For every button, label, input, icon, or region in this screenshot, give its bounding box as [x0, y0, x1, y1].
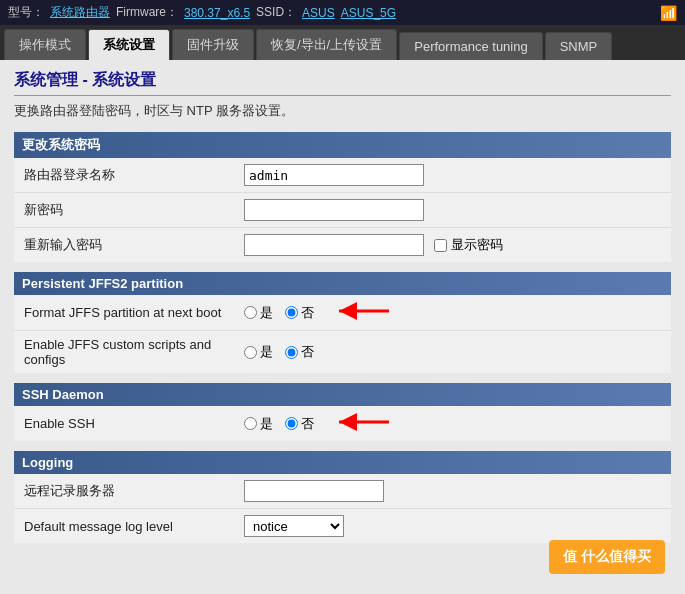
format-jffs-yes-text: 是: [260, 304, 273, 322]
ssid-link2[interactable]: ASUS_5G: [341, 6, 396, 20]
jffs2-section-table: Format JFFS partition at next boot 是 否: [14, 295, 671, 373]
label-log-level: Default message log level: [14, 509, 234, 544]
ssh-section-table: Enable SSH 是 否: [14, 406, 671, 441]
table-row: Default message log level notice info de…: [14, 509, 671, 544]
label-log-server: 远程记录服务器: [14, 474, 234, 509]
table-row: Enable JFFS custom scripts and configs 是…: [14, 331, 671, 374]
label-ssid: SSID：: [256, 4, 296, 21]
logging-section-table: 远程记录服务器 Default message log level notice…: [14, 474, 671, 543]
label-firmware: Firmware：: [116, 4, 178, 21]
enable-ssh-radio-group: 是 否: [244, 415, 314, 433]
enable-ssh-no-radio[interactable]: [285, 417, 298, 430]
new-password-input[interactable]: [244, 199, 424, 221]
table-row: 路由器登录名称: [14, 158, 671, 193]
enable-ssh-no-label[interactable]: 否: [285, 415, 314, 433]
firmware-link[interactable]: 380.37_x6.5: [184, 6, 250, 20]
enable-ssh-yes-radio[interactable]: [244, 417, 257, 430]
format-jffs-radio-group: 是 否: [244, 304, 314, 322]
tab-snmp[interactable]: SNMP: [545, 32, 613, 60]
table-row: Enable SSH 是 否: [14, 406, 671, 441]
top-bar: 型号： 系统路由器 Firmware： 380.37_x6.5 SSID： AS…: [0, 0, 685, 25]
enable-ssh-yes-label[interactable]: 是: [244, 415, 273, 433]
tab-navigation: 操作模式 系统设置 固件升级 恢复/导出/上传设置 Performance tu…: [0, 25, 685, 60]
tab-restore-export[interactable]: 恢复/导出/上传设置: [256, 29, 397, 60]
tab-system-settings[interactable]: 系统设置: [88, 29, 170, 60]
enable-ssh-no-text: 否: [301, 415, 314, 433]
show-password-text: 显示密码: [451, 236, 503, 254]
format-jffs-yes-label[interactable]: 是: [244, 304, 273, 322]
table-row: Format JFFS partition at next boot 是 否: [14, 295, 671, 331]
enable-jffs-scripts-yes-label[interactable]: 是: [244, 343, 273, 361]
ssid-link1[interactable]: ASUS: [302, 6, 335, 20]
log-level-select[interactable]: notice info debug warning error: [244, 515, 344, 537]
enable-jffs-scripts-no-radio[interactable]: [285, 346, 298, 359]
enable-ssh-yes-text: 是: [260, 415, 273, 433]
enable-jffs-yes-text: 是: [260, 343, 273, 361]
enable-jffs-scripts-yes-radio[interactable]: [244, 346, 257, 359]
format-jffs-no-label[interactable]: 否: [285, 304, 314, 322]
label-new-password: 新密码: [14, 193, 234, 228]
table-row: 远程记录服务器: [14, 474, 671, 509]
enable-ssh-arrow: [334, 412, 394, 435]
table-row: 新密码: [14, 193, 671, 228]
table-row: 重新输入密码 显示密码: [14, 228, 671, 263]
section-header-logging: Logging: [14, 451, 671, 474]
tab-firmware-upgrade[interactable]: 固件升级: [172, 29, 254, 60]
enable-jffs-scripts-radio-group: 是 否: [244, 343, 661, 361]
label-enable-jffs-scripts: Enable JFFS custom scripts and configs: [14, 331, 234, 374]
show-password-checkbox[interactable]: [434, 239, 447, 252]
label-confirm-password: 重新输入密码: [14, 228, 234, 263]
section-header-jffs2: Persistent JFFS2 partition: [14, 272, 671, 295]
label-format-jffs: Format JFFS partition at next boot: [14, 295, 234, 331]
format-jffs-no-radio[interactable]: [285, 306, 298, 319]
label-model: 型号：: [8, 4, 44, 21]
wifi-icon: 📶: [660, 5, 677, 21]
username-input[interactable]: [244, 164, 424, 186]
password-section-table: 路由器登录名称 新密码 重新输入密码 显示密码: [14, 158, 671, 262]
enable-jffs-scripts-no-label[interactable]: 否: [285, 343, 314, 361]
tab-performance-tuning[interactable]: Performance tuning: [399, 32, 542, 60]
page-title: 系统管理 - 系统设置: [14, 70, 671, 96]
label-enable-ssh: Enable SSH: [14, 406, 234, 441]
format-jffs-arrow: [334, 301, 394, 324]
main-content: 系统管理 - 系统设置 更换路由器登陆密码，时区与 NTP 服务器设置。 更改系…: [0, 60, 685, 594]
section-header-ssh: SSH Daemon: [14, 383, 671, 406]
enable-jffs-no-text: 否: [301, 343, 314, 361]
tab-operation-mode[interactable]: 操作模式: [4, 29, 86, 60]
format-jffs-yes-radio[interactable]: [244, 306, 257, 319]
label-username: 路由器登录名称: [14, 158, 234, 193]
section-header-password: 更改系统密码: [14, 132, 671, 158]
page-description: 更换路由器登陆密码，时区与 NTP 服务器设置。: [14, 102, 671, 120]
log-server-input[interactable]: [244, 480, 384, 502]
format-jffs-no-text: 否: [301, 304, 314, 322]
confirm-password-input[interactable]: [244, 234, 424, 256]
model-link[interactable]: 系统路由器: [50, 4, 110, 21]
show-password-label[interactable]: 显示密码: [434, 236, 503, 254]
